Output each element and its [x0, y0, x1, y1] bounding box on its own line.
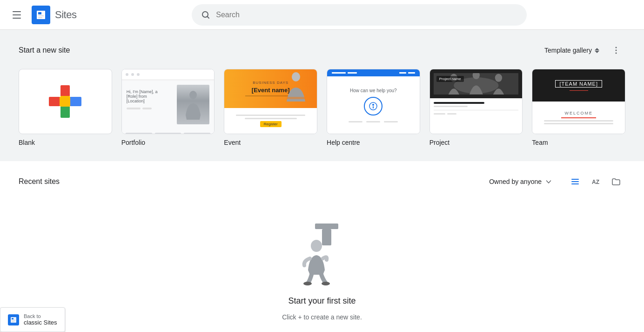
- folder-view-button[interactable]: [607, 172, 625, 191]
- app-header: Sites: [0, 0, 644, 30]
- app-logo-area: Sites: [32, 6, 76, 24]
- owned-by-label: Owned by anyone: [489, 178, 542, 185]
- svg-text:AZ: AZ: [592, 179, 599, 185]
- template-name-team: Team: [532, 139, 625, 146]
- templates-grid: Blank Hi, I'm: [19, 69, 625, 146]
- svg-point-29: [322, 282, 330, 285]
- sites-logo: [32, 6, 50, 24]
- template-name-event: Event: [224, 139, 317, 146]
- classic-sites-label: classic Sites: [24, 319, 57, 326]
- svg-point-14: [372, 104, 374, 106]
- svg-rect-12: [287, 97, 305, 99]
- svg-rect-33: [12, 320, 15, 321]
- sort-button[interactable]: AZ: [586, 172, 605, 191]
- empty-state-subtitle: Click + to create a new site.: [282, 313, 362, 321]
- template-card-event[interactable]: BUSINESS DAYS [Event name]: [224, 69, 317, 146]
- template-card-help-centre[interactable]: How can we help you?: [327, 69, 420, 146]
- templates-section-title: Start a new site: [19, 46, 70, 54]
- menu-button[interactable]: [7, 6, 26, 24]
- svg-rect-34: [12, 321, 14, 322]
- template-thumbnail-project: Project name: [429, 69, 523, 134]
- main-content: Start a new site Template gallery: [0, 30, 644, 332]
- classic-sites-text: Back to classic Sites: [24, 313, 57, 326]
- recent-sites-section: Recent sites Owned by anyone: [0, 161, 644, 332]
- list-view-icon: [570, 177, 580, 186]
- svg-rect-3: [38, 15, 44, 16]
- owned-by-dropdown[interactable]: Owned by anyone: [483, 174, 558, 190]
- search-icon: [201, 10, 210, 20]
- dropdown-chevron-icon: [544, 177, 553, 186]
- hamburger-icon: [13, 11, 21, 19]
- svg-rect-4: [38, 17, 42, 18]
- template-thumbnail-blank: [19, 69, 112, 134]
- recent-sites-controls: Owned by anyone: [483, 172, 625, 191]
- template-thumbnail-help-centre: How can we help you?: [327, 69, 420, 134]
- template-gallery-button[interactable]: Template gallery: [541, 44, 603, 57]
- svg-point-9: [616, 53, 617, 54]
- template-card-portfolio[interactable]: Hi, I'm [Name], a[Role] from[Location]: [121, 69, 215, 146]
- classic-sites-icon: [8, 314, 19, 325]
- sort-icon: AZ: [591, 177, 600, 186]
- svg-rect-26: [322, 229, 331, 245]
- template-name-blank: Blank: [19, 139, 112, 146]
- list-view-button[interactable]: [566, 172, 584, 191]
- svg-point-10: [189, 91, 197, 99]
- template-card-blank[interactable]: Blank: [19, 69, 112, 146]
- templates-more-button[interactable]: [607, 41, 625, 60]
- classic-sites-bar[interactable]: Back to classic Sites: [0, 307, 65, 332]
- svg-line-6: [208, 16, 209, 18]
- svg-point-20: [495, 74, 502, 81]
- more-vert-icon: [611, 46, 621, 55]
- svg-point-7: [616, 47, 617, 48]
- templates-header-right: Template gallery: [541, 41, 625, 60]
- svg-rect-2: [38, 12, 41, 14]
- template-name-help-centre: Help centre: [327, 139, 420, 146]
- google-plus-icon: [49, 85, 81, 118]
- search-bar[interactable]: [192, 4, 527, 26]
- template-name-portfolio: Portfolio: [121, 139, 215, 146]
- template-card-project[interactable]: Project name: [429, 69, 523, 146]
- template-thumbnail-portfolio: Hi, I'm [Name], a[Role] from[Location]: [121, 69, 215, 134]
- template-thumbnail-event: BUSINESS DAYS [Event name]: [224, 69, 317, 134]
- svg-point-28: [303, 282, 312, 285]
- recent-sites-title: Recent sites: [19, 177, 60, 186]
- folder-icon: [611, 177, 621, 186]
- template-name-project: Project: [429, 139, 523, 146]
- empty-illustration: [294, 219, 350, 289]
- template-card-team[interactable]: [TEAM NAME] WELCOME: [532, 69, 625, 146]
- recent-sites-header: Recent sites Owned by anyone: [19, 172, 625, 191]
- template-thumbnail-team: [TEAM NAME] WELCOME: [532, 69, 625, 134]
- svg-rect-21: [571, 179, 579, 180]
- app-title: Sites: [55, 9, 76, 21]
- template-gallery-label: Template gallery: [544, 47, 592, 54]
- svg-rect-22: [571, 181, 579, 182]
- templates-header: Start a new site Template gallery: [19, 41, 625, 60]
- classic-back-to-label: Back to: [24, 313, 57, 319]
- templates-section: Start a new site Template gallery: [0, 30, 644, 161]
- svg-rect-25: [315, 224, 338, 229]
- chevron-updown-icon: [595, 48, 599, 53]
- svg-rect-32: [12, 318, 13, 319]
- svg-rect-15: [373, 106, 374, 108]
- empty-state: Start your first site Click + to create …: [19, 200, 625, 330]
- svg-rect-23: [571, 183, 579, 184]
- svg-point-11: [292, 72, 300, 81]
- view-mode-controls: AZ: [566, 172, 625, 191]
- sites-logo-svg: [34, 8, 47, 21]
- svg-point-27: [311, 240, 322, 252]
- svg-point-8: [616, 50, 617, 51]
- empty-state-title: Start your first site: [288, 296, 356, 306]
- search-input[interactable]: [216, 11, 517, 19]
